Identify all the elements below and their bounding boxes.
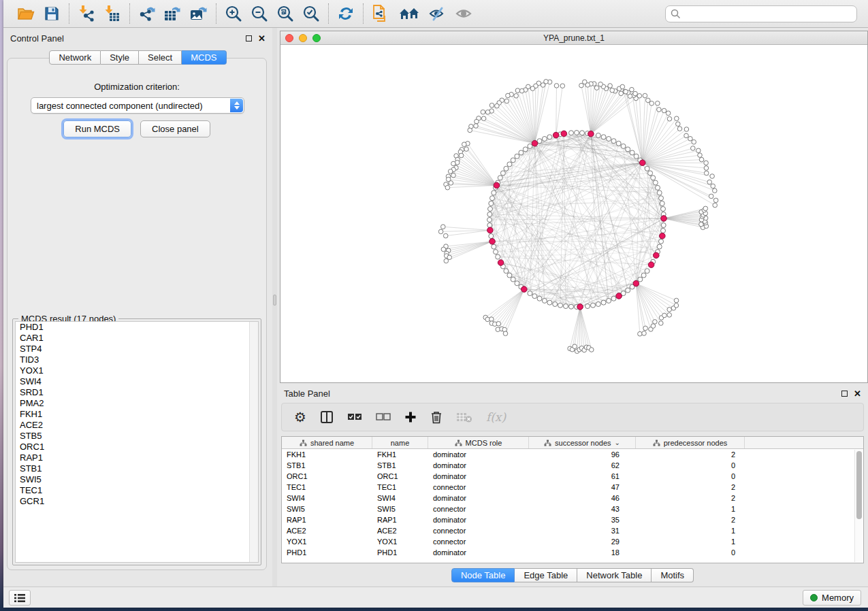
- tab-select[interactable]: Select: [139, 50, 182, 65]
- export-table-button[interactable]: [163, 3, 183, 24]
- mcds-result-item[interactable]: ORC1: [16, 442, 258, 452]
- save-session-button[interactable]: [42, 3, 62, 24]
- export-network-button[interactable]: [137, 3, 157, 24]
- mcds-result-item[interactable]: SWI5: [16, 474, 258, 485]
- mcds-result-item[interactable]: GCR1: [16, 496, 258, 507]
- cell-MCDS-role[interactable]: dominator: [428, 449, 529, 460]
- refresh-view-button[interactable]: [336, 3, 356, 24]
- cell-predecessor-nodes[interactable]: 0: [636, 471, 745, 482]
- mcds-result-scrollbar[interactable]: [249, 322, 258, 562]
- cell-name[interactable]: YOX1: [372, 536, 428, 547]
- import-table-button[interactable]: [102, 3, 123, 24]
- mcds-result-item[interactable]: ACE2: [16, 420, 258, 431]
- table-row[interactable]: RAP1RAP1dominator352: [282, 514, 863, 525]
- cell-shared-name[interactable]: PHD1: [282, 547, 372, 558]
- function-builder-button[interactable]: f(x): [486, 410, 506, 424]
- network-canvas[interactable]: [280, 45, 867, 382]
- cell-shared-name[interactable]: SWI4: [282, 493, 372, 503]
- cell-successor-nodes[interactable]: 62: [529, 460, 636, 471]
- divider-handle[interactable]: [273, 295, 276, 306]
- cell-MCDS-role[interactable]: connector: [428, 482, 529, 493]
- cell-predecessor-nodes[interactable]: 2: [636, 482, 745, 493]
- cell-successor-nodes[interactable]: 43: [529, 503, 636, 514]
- optimization-criterion-select[interactable]: largest connected component (undirected): [31, 97, 244, 114]
- column-chooser-button[interactable]: [320, 410, 334, 424]
- cell-successor-nodes[interactable]: 96: [529, 449, 636, 460]
- column-header-shared-name[interactable]: shared name: [282, 437, 372, 448]
- mcds-result-item[interactable]: TEC1: [16, 485, 258, 496]
- cell-name[interactable]: PHD1: [372, 547, 428, 558]
- column-header-predecessor-nodes[interactable]: predecessor nodes: [636, 437, 745, 448]
- close-panel-icon[interactable]: ✕: [258, 35, 266, 42]
- table-row[interactable]: STB1STB1dominator620: [282, 460, 863, 471]
- table-row[interactable]: TEC1TEC1connector472: [282, 482, 863, 493]
- table-row[interactable]: SWI4SWI4dominator462: [282, 493, 863, 503]
- cell-predecessor-nodes[interactable]: 1: [636, 525, 745, 536]
- tab-node-table[interactable]: Node Table: [451, 568, 515, 582]
- task-history-button[interactable]: [9, 590, 31, 606]
- cell-shared-name[interactable]: STB1: [282, 460, 372, 471]
- search-input[interactable]: [665, 5, 857, 22]
- cell-successor-nodes[interactable]: 46: [529, 493, 636, 503]
- zoom-selected-button[interactable]: [301, 3, 321, 24]
- table-settings-button[interactable]: ⚙: [294, 410, 306, 424]
- duplicate-network-button[interactable]: [370, 3, 391, 24]
- close-panel-button[interactable]: Close panel: [140, 120, 210, 137]
- cell-name[interactable]: RAP1: [372, 514, 428, 525]
- cell-MCDS-role[interactable]: connector: [428, 503, 529, 514]
- panel-divider[interactable]: [272, 28, 277, 587]
- cell-shared-name[interactable]: RAP1: [282, 514, 372, 525]
- mcds-result-item[interactable]: PMA2: [16, 398, 258, 409]
- cell-predecessor-nodes[interactable]: 2: [636, 514, 745, 525]
- cell-predecessor-nodes[interactable]: 1: [636, 536, 745, 547]
- cell-predecessor-nodes[interactable]: 2: [636, 449, 745, 460]
- column-header-name[interactable]: name: [372, 437, 428, 448]
- cell-MCDS-role[interactable]: dominator: [428, 471, 529, 482]
- cell-name[interactable]: FKH1: [372, 449, 428, 460]
- cell-name[interactable]: TEC1: [372, 482, 428, 493]
- mcds-result-item[interactable]: STB1: [16, 463, 258, 474]
- cell-MCDS-role[interactable]: connector: [428, 525, 529, 536]
- open-file-button[interactable]: [16, 3, 36, 24]
- table-row[interactable]: ORC1ORC1dominator610: [282, 471, 863, 482]
- zoom-fit-button[interactable]: [275, 3, 295, 24]
- hide-details-button[interactable]: [428, 3, 448, 24]
- zoom-in-button[interactable]: [223, 3, 244, 24]
- network-titlebar[interactable]: YPA_prune.txt_1: [280, 31, 867, 45]
- column-header-successor-nodes[interactable]: successor nodes⌄: [529, 437, 636, 448]
- cell-name[interactable]: ORC1: [372, 471, 428, 482]
- table-scrollbar[interactable]: [854, 450, 863, 562]
- tab-style[interactable]: Style: [101, 50, 139, 65]
- export-image-button[interactable]: [189, 3, 209, 24]
- cell-MCDS-role[interactable]: connector: [428, 536, 529, 547]
- mcds-result-item[interactable]: CAR1: [16, 333, 258, 344]
- mcds-result-item[interactable]: PHD1: [16, 322, 258, 333]
- cell-shared-name[interactable]: SWI5: [282, 503, 372, 514]
- deselect-all-rows-button[interactable]: [376, 412, 391, 422]
- tab-edge-table[interactable]: Edge Table: [515, 568, 577, 582]
- table-scrollbar-thumb[interactable]: [856, 451, 862, 519]
- cell-predecessor-nodes[interactable]: 0: [636, 460, 745, 471]
- table-row[interactable]: FKH1FKH1dominator962: [282, 449, 863, 460]
- cell-successor-nodes[interactable]: 29: [529, 536, 636, 547]
- show-details-button[interactable]: [453, 3, 474, 24]
- run-mcds-button[interactable]: Run MCDS: [63, 120, 131, 137]
- mcds-result-item[interactable]: SWI4: [16, 376, 258, 387]
- cell-shared-name[interactable]: ACE2: [282, 525, 372, 536]
- cell-successor-nodes[interactable]: 61: [529, 471, 636, 482]
- float-panel-icon[interactable]: [246, 35, 252, 42]
- first-neighbors-button[interactable]: [396, 3, 422, 24]
- cell-predecessor-nodes[interactable]: 1: [636, 503, 745, 514]
- cell-predecessor-nodes[interactable]: 2: [636, 493, 745, 503]
- cell-successor-nodes[interactable]: 47: [529, 482, 636, 493]
- mcds-result-item[interactable]: RAP1: [16, 452, 258, 463]
- cell-name[interactable]: ACE2: [372, 525, 428, 536]
- cell-name[interactable]: STB1: [372, 460, 428, 471]
- mcds-result-list[interactable]: PHD1CAR1STP4TID3YOX1SWI4SRD1PMA2FKH1ACE2…: [15, 321, 259, 563]
- cell-MCDS-role[interactable]: dominator: [428, 460, 529, 471]
- mcds-result-item[interactable]: TID3: [16, 354, 258, 365]
- memory-button[interactable]: Memory: [803, 590, 861, 606]
- cell-name[interactable]: SWI4: [372, 493, 428, 503]
- import-network-button[interactable]: [76, 3, 97, 24]
- cell-MCDS-role[interactable]: dominator: [428, 514, 529, 525]
